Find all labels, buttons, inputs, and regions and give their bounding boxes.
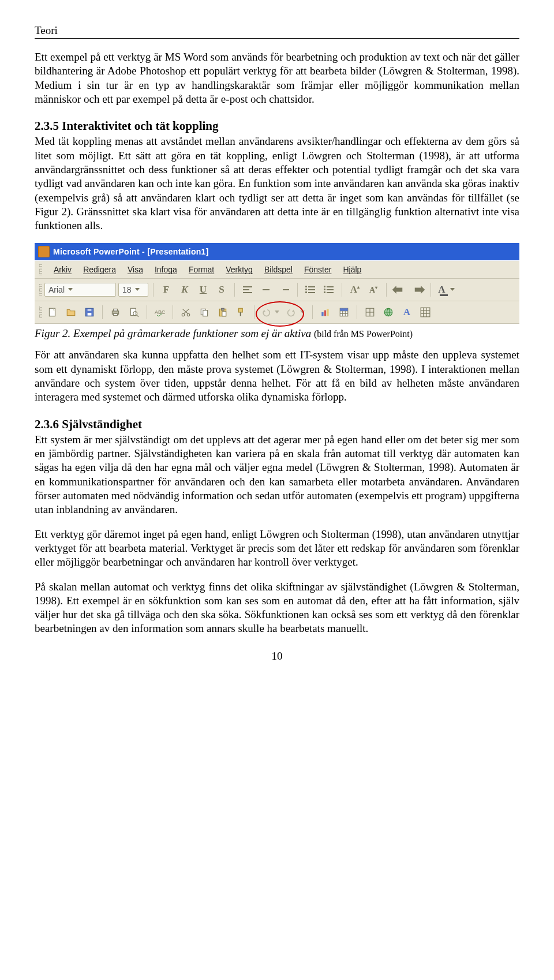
menu-verktyg[interactable]: Verktyg <box>226 265 253 274</box>
chart-icon <box>320 307 331 317</box>
copy-icon <box>199 307 209 317</box>
printer-icon <box>110 307 121 317</box>
italic-button[interactable]: K <box>177 282 193 297</box>
svg-rect-2 <box>88 313 92 316</box>
page-number: 10 <box>35 650 519 663</box>
separator <box>357 305 357 319</box>
paintbrush-icon <box>236 307 246 317</box>
figure-2-caption: Figur 2. Exempel på gråmarkerade funktio… <box>35 327 519 340</box>
section-title-1: 2.3.5 Interaktivitet och tät koppling <box>35 119 519 133</box>
menu-bildspel[interactable]: Bildspel <box>264 265 293 274</box>
paragraph-4: Ett system är mer självständigt om det u… <box>35 433 519 517</box>
svg-line-13 <box>184 309 189 314</box>
cut-button[interactable] <box>178 305 194 320</box>
svg-rect-20 <box>239 309 243 313</box>
svg-rect-30 <box>340 309 348 312</box>
increase-indent-button[interactable] <box>410 282 426 297</box>
save-button[interactable] <box>81 305 98 320</box>
chevron-down-icon <box>274 308 281 316</box>
pp-menubar: Arkiv Redigera Visa Infoga Format Verkty… <box>35 260 519 279</box>
font-size-dropdown[interactable]: 18 <box>118 283 148 297</box>
undo-redo-highlight <box>259 305 308 320</box>
menu-arkiv[interactable]: Arkiv <box>54 265 72 274</box>
menu-fonster[interactable]: Fönster <box>304 265 331 274</box>
font-name-dropdown[interactable]: Arial <box>44 283 116 297</box>
show-formatting-button[interactable]: A <box>399 305 415 320</box>
print-button[interactable] <box>107 305 123 320</box>
outdent-icon <box>391 282 407 298</box>
pp-standard-toolbar: ABC <box>35 301 519 324</box>
paste-button[interactable] <box>215 305 231 320</box>
scissors-icon <box>181 307 191 317</box>
separator <box>386 283 387 297</box>
separator <box>297 283 298 297</box>
bulleted-list-button[interactable] <box>321 282 337 297</box>
redo-button <box>285 305 308 320</box>
svg-rect-18 <box>222 309 224 311</box>
menu-format[interactable]: Format <box>189 265 214 274</box>
align-center-button[interactable] <box>258 282 274 297</box>
new-file-icon <box>47 307 58 317</box>
clipboard-icon <box>218 307 228 317</box>
open-folder-icon <box>66 307 76 317</box>
svg-rect-24 <box>327 309 328 316</box>
tables-borders-button[interactable] <box>362 305 378 320</box>
insert-hyperlink-button[interactable] <box>380 305 396 320</box>
show-grid-button[interactable] <box>417 305 433 320</box>
separator <box>254 305 254 319</box>
grid-icon <box>420 307 431 317</box>
undo-button <box>259 305 282 320</box>
paragraph-5: Ett verktyg gör däremot inget på egen ha… <box>35 528 519 570</box>
menu-visa[interactable]: Visa <box>128 265 143 274</box>
pp-formatting-toolbar: Arial 18 F K U S <box>35 279 519 301</box>
svg-text:ABC: ABC <box>155 309 165 315</box>
chevron-down-icon <box>134 286 141 294</box>
insert-table-button[interactable] <box>336 305 352 320</box>
decrease-indent-button[interactable] <box>391 282 407 297</box>
separator <box>431 283 431 297</box>
svg-point-12 <box>187 314 190 317</box>
numbered-list-button[interactable] <box>302 282 319 297</box>
paragraph-3: För att användaren ska kunna uppfatta de… <box>35 348 519 404</box>
spellcheck-button[interactable]: ABC <box>152 305 168 320</box>
chevron-down-icon <box>67 286 74 294</box>
underline-button[interactable]: U <box>195 282 211 297</box>
new-button[interactable] <box>44 305 61 320</box>
magnifier-page-icon <box>129 307 139 317</box>
separator <box>153 283 154 297</box>
text-shadow-button[interactable]: S <box>214 282 230 297</box>
menu-infoga[interactable]: Infoga <box>155 265 177 274</box>
paragraph-1: Ett exempel på ett verktyg är MS Word so… <box>35 50 519 106</box>
gripper-icon <box>39 264 42 275</box>
gripper-icon <box>39 284 42 296</box>
menu-hjalp[interactable]: Hjälp <box>343 265 361 274</box>
menu-redigera[interactable]: Redigera <box>83 265 116 274</box>
format-painter-button[interactable] <box>233 305 249 320</box>
svg-rect-6 <box>114 314 118 316</box>
save-floppy-icon <box>84 307 95 317</box>
svg-rect-21 <box>240 312 241 316</box>
align-right-button[interactable] <box>276 282 293 297</box>
copy-button[interactable] <box>196 305 212 320</box>
decrease-font-button[interactable]: A▾ <box>365 282 381 297</box>
svg-line-9 <box>137 315 138 317</box>
separator <box>173 305 173 319</box>
table-icon <box>339 307 349 317</box>
spellcheck-icon: ABC <box>155 307 165 317</box>
section-title-2: 2.3.6 Självständighet <box>35 417 519 432</box>
svg-rect-35 <box>421 308 430 317</box>
chevron-down-icon <box>299 308 306 316</box>
globe-icon <box>383 307 394 317</box>
tables-borders-icon <box>365 307 375 317</box>
separator <box>312 305 313 319</box>
bold-button[interactable]: F <box>158 282 174 297</box>
print-preview-button[interactable] <box>126 305 142 320</box>
open-button[interactable] <box>63 305 79 320</box>
paragraph-2: Med tät koppling menas att avståndet mel… <box>35 134 519 233</box>
insert-chart-button[interactable] <box>317 305 334 320</box>
align-left-button[interactable] <box>239 282 256 297</box>
font-size-value: 18 <box>122 285 132 294</box>
increase-font-button[interactable]: A▴ <box>347 282 363 297</box>
powerpoint-logo-icon <box>38 246 50 257</box>
font-color-button[interactable]: A <box>436 282 459 297</box>
